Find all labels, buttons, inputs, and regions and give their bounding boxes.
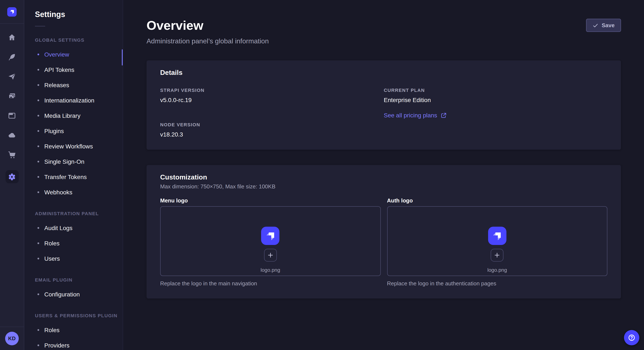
settings-nav-releases-s0[interactable]: Releases	[35, 77, 123, 93]
nav-content-button[interactable]	[5, 53, 18, 61]
settings-nav-plugins-s0[interactable]: Plugins	[35, 123, 123, 139]
settings-nav-media-library-s0[interactable]: Media Library	[35, 108, 123, 123]
menu-logo-hint: Replace the logo in the main navigation	[160, 280, 380, 287]
nav-item-label: Review Workflows	[44, 143, 93, 150]
details-heading: Details	[160, 69, 607, 77]
nav-home-button[interactable]	[5, 33, 18, 42]
menu-logo-field: Menu logo logo.png	[160, 197, 380, 287]
cloud-icon	[8, 131, 16, 140]
current-plan-field: CURRENT PLAN Enterprise Edition	[384, 88, 607, 103]
bullet-icon	[38, 100, 39, 101]
auth-logo-field: Auth logo logo.png	[387, 197, 607, 287]
settings-nav-providers-s3[interactable]: Providers	[35, 338, 123, 350]
bullet-icon	[38, 130, 39, 132]
pricing-plans-link[interactable]: See all pricing plans	[384, 112, 447, 119]
cart-icon	[8, 151, 16, 159]
settings-nav-api-tokens-s0[interactable]: API Tokens	[35, 62, 123, 77]
section-label-global-settings: GLOBAL SETTINGS	[35, 37, 123, 42]
nav-item-label: Media Library	[44, 112, 80, 119]
home-icon	[8, 33, 16, 42]
auth-logo-filename: logo.png	[487, 267, 507, 273]
settings-nav-configuration-s2[interactable]: Configuration	[35, 287, 123, 302]
active-item-indicator	[122, 49, 123, 65]
nav-settings-button[interactable]	[5, 170, 18, 183]
bullet-icon	[38, 161, 39, 163]
node-version-label: NODE VERSION	[160, 122, 384, 127]
bullet-icon	[38, 176, 39, 178]
section-list-administration-panel: Audit LogsRolesUsers	[35, 220, 123, 266]
settings-nav-review-workflows-s0[interactable]: Review Workflows	[35, 139, 123, 154]
section-list-users-permissions-plugin: RolesProviders	[35, 322, 123, 350]
node-version-field: NODE VERSION v18.20.3	[160, 122, 384, 138]
section-list-global-settings: OverviewAPI TokensReleasesInternationali…	[35, 47, 123, 200]
settings-nav-roles-s3[interactable]: Roles	[35, 322, 123, 338]
plus-icon	[268, 252, 274, 258]
main-content: Overview Administration panel’s global i…	[123, 0, 644, 350]
question-mark-icon	[628, 334, 636, 342]
node-version-value: v18.20.3	[160, 131, 384, 138]
gear-icon	[8, 173, 16, 181]
nav-cloud-button[interactable]	[5, 131, 18, 140]
strapi-version-label: STRAPI VERSION	[160, 88, 384, 93]
help-button[interactable]	[624, 330, 639, 345]
settings-nav-overview-s0[interactable]: Overview	[35, 47, 123, 62]
nav-item-label: Configuration	[44, 291, 80, 298]
check-icon	[592, 22, 598, 28]
nav-content-type-builder-button[interactable]	[5, 111, 18, 120]
bullet-icon	[38, 227, 39, 229]
settings-nav-internationalization-s0[interactable]: Internationalization	[35, 93, 123, 108]
nav-item-label: Plugins	[44, 128, 64, 134]
change-auth-logo-button[interactable]	[491, 249, 504, 262]
auth-logo-label: Auth logo	[387, 197, 607, 204]
paper-plane-icon	[8, 72, 16, 81]
details-card: Details STRAPI VERSION v5.0.0-rc.19 NODE…	[146, 60, 621, 150]
rail-icon-nav	[0, 33, 24, 183]
bullet-icon	[38, 242, 39, 244]
settings-nav-users-s1[interactable]: Users	[35, 251, 123, 266]
settings-nav-audit-logs-s1[interactable]: Audit Logs	[35, 220, 123, 236]
user-avatar[interactable]: KD	[5, 332, 19, 345]
nav-deploy-button[interactable]	[5, 72, 18, 81]
auth-logo-hint: Replace the logo in the authentication p…	[387, 280, 607, 287]
bullet-icon	[38, 84, 39, 86]
settings-nav-webhooks-s0[interactable]: Webhooks	[35, 184, 123, 200]
page-subtitle: Administration panel’s global informatio…	[146, 37, 621, 45]
save-button[interactable]: Save	[586, 19, 621, 32]
customization-heading: Customization	[160, 174, 607, 181]
section-list-email-plugin: Configuration	[35, 287, 123, 302]
subnav-sections: GLOBAL SETTINGSOverviewAPI TokensRelease…	[24, 37, 123, 350]
strapi-logo-icon	[490, 229, 504, 243]
settings-subnav: Settings GLOBAL SETTINGSOverviewAPI Toke…	[24, 0, 123, 350]
settings-nav-roles-s1[interactable]: Roles	[35, 236, 123, 251]
settings-nav-transfer-tokens-s0[interactable]: Transfer Tokens	[35, 169, 123, 184]
nav-item-label: Roles	[44, 240, 60, 247]
bullet-icon	[38, 293, 39, 295]
menu-logo-preview	[261, 227, 280, 245]
nav-item-label: Audit Logs	[44, 224, 72, 231]
change-menu-logo-button[interactable]	[264, 249, 277, 262]
nav-marketplace-button[interactable]	[5, 151, 18, 159]
auth-logo-dropzone[interactable]: logo.png	[387, 206, 607, 276]
nav-item-label: Webhooks	[44, 189, 72, 196]
settings-nav-single-sign-on-s0[interactable]: Single Sign-On	[35, 154, 123, 169]
subnav-title: Settings	[35, 10, 123, 19]
main-nav-rail: KD	[0, 0, 24, 350]
nav-media-button[interactable]	[5, 92, 18, 100]
rail-divider	[0, 327, 24, 327]
customization-constraints: Max dimension: 750×750, Max file size: 1…	[160, 183, 607, 190]
app-window: KD Settings GLOBAL SETTINGSOverviewAPI T…	[0, 0, 644, 350]
nav-item-label: Releases	[44, 82, 69, 88]
bullet-icon	[38, 329, 39, 331]
bullet-icon	[38, 54, 39, 55]
strapi-version-value: v5.0.0-rc.19	[160, 97, 384, 103]
menu-logo-filename: logo.png	[260, 267, 280, 273]
strapi-logo-icon	[7, 7, 16, 16]
page-title: Overview	[146, 18, 621, 33]
feather-icon	[8, 53, 16, 61]
nav-item-label: Overview	[44, 51, 69, 58]
section-label-administration-panel: ADMINISTRATION PANEL	[35, 211, 123, 216]
menu-logo-dropzone[interactable]: logo.png	[160, 206, 380, 276]
auth-logo-preview	[488, 227, 506, 245]
nav-item-label: Users	[44, 255, 60, 262]
subnav-title-divider	[35, 26, 45, 26]
